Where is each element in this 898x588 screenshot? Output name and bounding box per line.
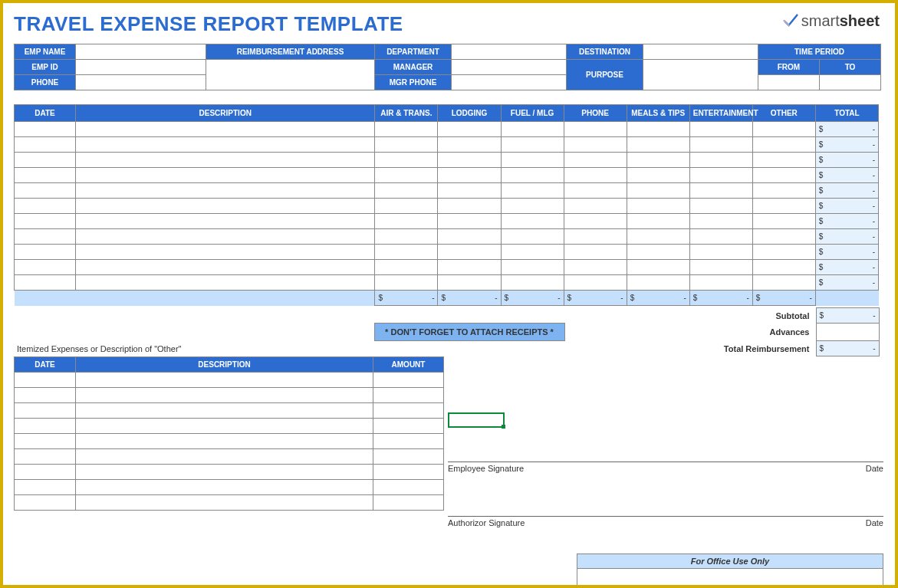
expense-cell[interactable]: [375, 199, 438, 214]
expense-cell[interactable]: [752, 199, 815, 214]
input-to[interactable]: [820, 75, 881, 90]
expense-cell[interactable]: [438, 122, 501, 137]
expense-cell[interactable]: [438, 168, 501, 183]
expense-cell[interactable]: [15, 245, 76, 260]
expense-cell[interactable]: [627, 260, 689, 275]
expense-cell[interactable]: [375, 260, 438, 275]
input-purpose[interactable]: [643, 60, 758, 90]
expense-cell[interactable]: [501, 183, 564, 199]
expense-cell[interactable]: [689, 137, 752, 153]
expense-cell[interactable]: [76, 199, 375, 214]
input-manager[interactable]: [452, 60, 567, 75]
expense-cell[interactable]: [689, 229, 752, 245]
expense-cell[interactable]: [76, 229, 375, 245]
expense-cell[interactable]: [752, 275, 815, 291]
expense-cell[interactable]: [752, 153, 815, 168]
expense-cell[interactable]: [438, 199, 501, 214]
input-emp-id[interactable]: [76, 60, 206, 75]
itemized-cell[interactable]: [15, 419, 76, 434]
itemized-cell[interactable]: [76, 465, 373, 480]
itemized-cell[interactable]: [15, 403, 76, 419]
itemized-cell[interactable]: [15, 495, 76, 511]
expense-cell[interactable]: [689, 168, 752, 183]
itemized-cell[interactable]: [76, 449, 373, 465]
itemized-cell[interactable]: [15, 449, 76, 465]
expense-cell[interactable]: [501, 199, 564, 214]
expense-cell[interactable]: [76, 153, 375, 168]
expense-cell[interactable]: [438, 260, 501, 275]
expense-cell[interactable]: [438, 153, 501, 168]
expense-cell[interactable]: [438, 183, 501, 199]
expense-cell[interactable]: [564, 199, 627, 214]
itemized-cell[interactable]: [76, 388, 373, 403]
expense-cell[interactable]: [76, 183, 375, 199]
expense-cell[interactable]: [627, 275, 689, 291]
expense-cell[interactable]: [564, 229, 627, 245]
expense-cell[interactable]: [627, 183, 689, 199]
expense-cell[interactable]: [627, 214, 689, 229]
itemized-cell[interactable]: [373, 449, 444, 465]
expense-cell[interactable]: [564, 168, 627, 183]
expense-cell[interactable]: [627, 153, 689, 168]
expense-cell[interactable]: [15, 168, 76, 183]
expense-cell[interactable]: [15, 122, 76, 137]
expense-cell[interactable]: [15, 137, 76, 153]
expense-cell[interactable]: [564, 245, 627, 260]
input-destination[interactable]: [643, 44, 758, 60]
expense-cell[interactable]: [375, 229, 438, 245]
expense-cell[interactable]: [15, 199, 76, 214]
expense-cell[interactable]: [564, 214, 627, 229]
itemized-cell[interactable]: [76, 373, 373, 388]
itemized-cell[interactable]: [76, 419, 373, 434]
expense-cell[interactable]: [627, 229, 689, 245]
expense-cell[interactable]: [438, 214, 501, 229]
input-phone[interactable]: [76, 75, 206, 90]
expense-cell[interactable]: [15, 214, 76, 229]
itemized-cell[interactable]: [76, 480, 373, 495]
expense-cell[interactable]: [689, 153, 752, 168]
expense-cell[interactable]: [375, 137, 438, 153]
expense-cell[interactable]: [438, 229, 501, 245]
expense-cell[interactable]: [76, 122, 375, 137]
expense-cell[interactable]: [438, 137, 501, 153]
input-from[interactable]: [758, 75, 820, 90]
itemized-cell[interactable]: [76, 434, 373, 449]
expense-cell[interactable]: [501, 168, 564, 183]
expense-cell[interactable]: [76, 168, 375, 183]
input-emp-name[interactable]: [76, 44, 206, 60]
expense-cell[interactable]: [752, 122, 815, 137]
itemized-cell[interactable]: [15, 465, 76, 480]
expense-cell[interactable]: [438, 275, 501, 291]
expense-cell[interactable]: [15, 153, 76, 168]
expense-cell[interactable]: [501, 275, 564, 291]
input-mgr-phone[interactable]: [452, 75, 567, 90]
expense-cell[interactable]: [375, 168, 438, 183]
expense-cell[interactable]: [752, 229, 815, 245]
expense-cell[interactable]: [501, 137, 564, 153]
expense-cell[interactable]: [564, 153, 627, 168]
itemized-cell[interactable]: [373, 419, 444, 434]
expense-cell[interactable]: [627, 137, 689, 153]
expense-cell[interactable]: [689, 199, 752, 214]
expense-cell[interactable]: [689, 260, 752, 275]
expense-cell[interactable]: [627, 199, 689, 214]
expense-cell[interactable]: [689, 214, 752, 229]
itemized-cell[interactable]: [373, 388, 444, 403]
expense-cell[interactable]: [375, 183, 438, 199]
expense-cell[interactable]: [689, 245, 752, 260]
expense-cell[interactable]: [15, 183, 76, 199]
itemized-cell[interactable]: [15, 480, 76, 495]
itemized-cell[interactable]: [76, 495, 373, 511]
expense-cell[interactable]: [752, 260, 815, 275]
expense-cell[interactable]: [76, 245, 375, 260]
expense-cell[interactable]: [564, 260, 627, 275]
expense-cell[interactable]: [564, 183, 627, 199]
expense-cell[interactable]: [15, 260, 76, 275]
itemized-cell[interactable]: [373, 480, 444, 495]
expense-cell[interactable]: [501, 260, 564, 275]
expense-cell[interactable]: [15, 229, 76, 245]
itemized-cell[interactable]: [15, 373, 76, 388]
expense-cell[interactable]: [689, 183, 752, 199]
expense-cell[interactable]: [752, 214, 815, 229]
expense-cell[interactable]: [375, 122, 438, 137]
